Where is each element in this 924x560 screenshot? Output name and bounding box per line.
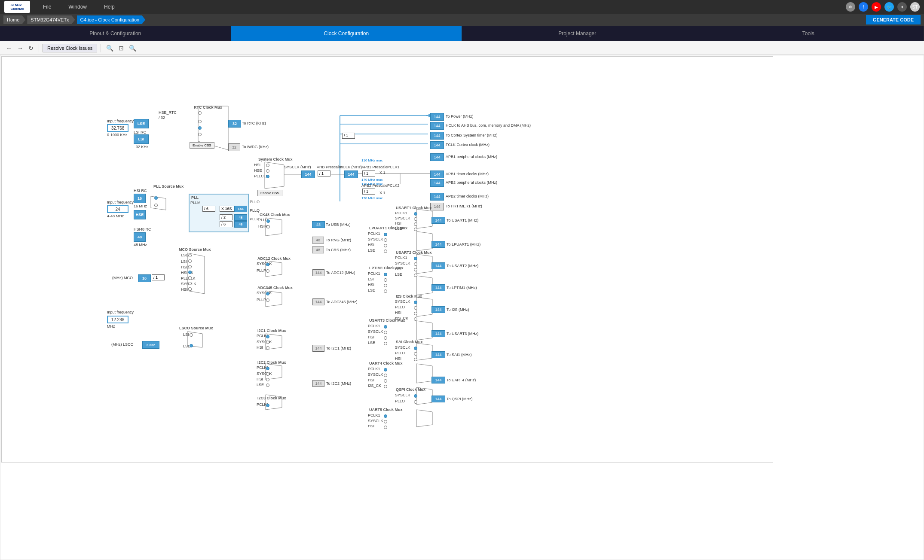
breadcrumb-home[interactable]: Home [3, 15, 25, 24]
generate-code-button[interactable]: GENERATE CODE [866, 15, 921, 24]
tab-clock[interactable]: Clock Configuration [231, 26, 462, 41]
breadcrumb-config[interactable]: G4.ioc - Clock Configuration [77, 15, 146, 24]
hsi48-val-box[interactable]: 48 [134, 232, 146, 242]
i2c1-radio-sysclk[interactable] [266, 341, 269, 344]
uart5-radio2[interactable] [384, 420, 387, 423]
mco-radio-lsi[interactable] [188, 259, 192, 263]
usart2-radio4[interactable] [414, 274, 417, 277]
out-hclk-val[interactable]: 144 [430, 122, 444, 130]
lpuart1-val[interactable]: 144 [431, 241, 445, 248]
mco-radio-pllclk[interactable] [188, 276, 192, 280]
usart1-val[interactable]: 144 [431, 217, 445, 224]
pll-r-div-select[interactable]: / 2/ 1 [220, 214, 233, 220]
sai-radio2[interactable] [414, 352, 417, 356]
pllq-val-box[interactable]: 48 [234, 214, 247, 221]
icon-youtube[interactable]: ▶ [872, 2, 881, 12]
sai-val[interactable]: 144 [431, 351, 445, 358]
lsi-box[interactable]: LSI [134, 134, 149, 144]
i2c3-radio-pclk1[interactable] [266, 404, 269, 407]
usart3-val[interactable]: 144 [431, 330, 445, 337]
lpuart1-radio-sysclk[interactable] [384, 238, 387, 242]
lpuart1-radio-lse[interactable] [384, 250, 387, 253]
pll-radio-hse[interactable] [154, 204, 158, 207]
zoom-in-button[interactable]: 🔍 [104, 44, 115, 52]
adc345-radio-sysclk[interactable] [266, 292, 269, 295]
lptim1-val[interactable]: 144 [431, 284, 445, 291]
i2c2-radio-pclk1[interactable] [266, 367, 269, 370]
uart4-radio4[interactable] [384, 385, 387, 388]
mco-div-select[interactable]: / 1/ 2 [152, 274, 165, 280]
rtc-radio-lsi[interactable] [198, 126, 202, 130]
qspi-val[interactable]: 144 [431, 396, 445, 402]
breadcrumb-device[interactable]: STM32G474VETx [27, 15, 75, 24]
i2s-val[interactable]: 144 [431, 306, 445, 313]
uart4-radio1[interactable] [384, 368, 387, 371]
i2c2-radio-hsi[interactable] [266, 378, 269, 381]
icon-twitter[interactable]: 🐦 [884, 2, 894, 12]
undo-button[interactable]: ← [4, 44, 14, 52]
usart1-radio-hsi[interactable] [414, 222, 417, 226]
icon-stm[interactable]: ⊕ [846, 2, 855, 12]
input-freq-mid-value[interactable]: 24 [107, 205, 129, 213]
input-freq-top-value[interactable]: 32.768 [107, 124, 129, 132]
usart3-radio3[interactable] [384, 336, 387, 340]
out-apb1-timer-val[interactable]: 144 [430, 170, 444, 178]
out-apb1-periph-val[interactable]: 144 [430, 153, 444, 161]
lse-box[interactable]: LSE [134, 119, 149, 128]
lpuart1-radio-pclk1[interactable] [384, 233, 387, 236]
tab-project[interactable]: Project Manager [462, 26, 693, 41]
pll-radio-hsi[interactable] [154, 196, 158, 200]
redo-button[interactable]: → [15, 44, 25, 52]
qspi-radio2[interactable] [414, 400, 417, 404]
mco-radio-sysclk[interactable] [188, 282, 192, 285]
hclk-val[interactable]: 144 [344, 170, 358, 178]
usb-val[interactable]: 48 [312, 221, 325, 228]
mco-freq-val[interactable]: 16 [138, 274, 151, 282]
sys-radio-hsi[interactable] [266, 164, 269, 167]
out-fclk-val[interactable]: 144 [430, 141, 444, 149]
i2c1-radio-hsi[interactable] [266, 346, 269, 350]
out-power-val[interactable]: 144 [430, 113, 444, 121]
ahb-div-select[interactable]: / 1/ 2/ 4 [318, 170, 330, 177]
sai-radio3[interactable] [414, 358, 417, 361]
out-apb2-timer-val[interactable]: 144 [430, 193, 444, 201]
cortex-div-select[interactable]: / 1 [342, 133, 355, 139]
zoom-out-button[interactable]: 🔍 [127, 44, 138, 52]
mco-radio-lse[interactable] [188, 254, 192, 257]
apb2-div-select[interactable]: / 1/ 2 [362, 189, 375, 195]
adc12-radio-sysclk[interactable] [266, 263, 269, 266]
pllr-val[interactable]: 144 [234, 206, 247, 212]
i2c2-radio-lse[interactable] [266, 383, 269, 387]
enable-css-button-1[interactable]: Enable CSS [190, 142, 214, 149]
menu-window[interactable]: Window [68, 4, 87, 10]
out-cortex-val[interactable]: 144 [430, 132, 444, 140]
usart3-radio2[interactable] [384, 331, 387, 334]
lsco-val[interactable]: 0.032 [142, 341, 159, 349]
icon-star[interactable]: ✦ [897, 2, 907, 12]
diagram-area[interactable]: Input frequency 32.768 0-1000 KHz LSE LS… [0, 55, 924, 560]
usart3-radio1[interactable] [384, 325, 387, 329]
lsco-radio-lsi[interactable] [190, 333, 193, 337]
mco-radio-hse[interactable] [188, 265, 192, 268]
adc12-radio-pllp[interactable] [266, 269, 269, 273]
rtc-radio-hse[interactable] [198, 111, 202, 115]
zoom-fit-button[interactable]: ⊡ [117, 44, 125, 52]
rtc-radio-lse[interactable] [198, 120, 202, 123]
input-freq-bottom-value[interactable]: 12.288 [107, 316, 129, 323]
pll-n-div-select[interactable]: / 6/ 1/ 2 [202, 206, 215, 212]
icon-facebook[interactable]: f [859, 2, 868, 12]
sys-radio-hse[interactable] [266, 169, 269, 173]
mco-radio-hsi16[interactable] [188, 271, 192, 274]
qspi-radio1[interactable] [414, 394, 417, 398]
adc345-radio-pllp[interactable] [266, 298, 269, 302]
refresh-button[interactable]: ↻ [27, 44, 35, 52]
usart2-val[interactable]: 144 [431, 262, 445, 269]
out-apb2-periph-val[interactable]: 144 [430, 179, 444, 187]
icon-st[interactable]: ST [910, 2, 920, 12]
i2s-radio4[interactable] [414, 317, 417, 321]
enable-css-button-2[interactable]: Enable CSS [257, 190, 282, 196]
uart4-val[interactable]: 144 [431, 377, 445, 383]
usart3-radio4[interactable] [384, 342, 387, 345]
usart1-radio-sysclk[interactable] [414, 217, 417, 221]
lsco-radio-lse[interactable] [190, 344, 193, 347]
